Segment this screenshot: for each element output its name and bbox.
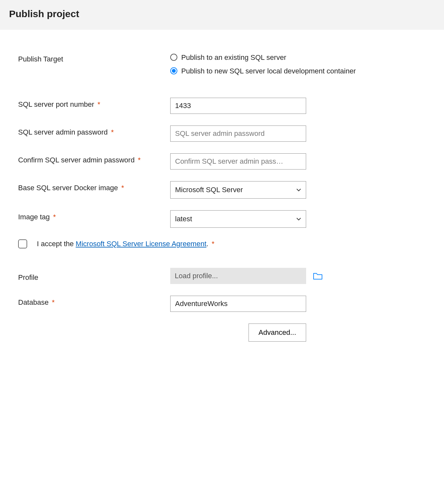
port-input[interactable] (170, 98, 306, 114)
profile-label: Profile (18, 270, 170, 282)
image-tag-value: latest (175, 215, 192, 223)
radio-existing-sql-server[interactable]: Publish to an existing SQL server (170, 52, 426, 63)
license-link[interactable]: Microsoft SQL Server License Agreement (76, 240, 206, 248)
docker-image-label-text: Base SQL server Docker image (18, 184, 118, 192)
license-label: I accept the Microsoft SQL Server Licens… (37, 240, 215, 248)
required-mark: * (53, 213, 56, 221)
confirm-password-label: Confirm SQL server admin password * (18, 153, 170, 164)
radio-icon (170, 54, 177, 61)
radio-new-container-label: Publish to new SQL server local developm… (181, 66, 356, 76)
required-mark: * (212, 240, 215, 248)
docker-image-value: Microsoft SQL Server (175, 186, 243, 194)
required-mark: * (121, 184, 124, 192)
button-row: Advanced... (18, 323, 306, 342)
port-label-text: SQL server port number (18, 100, 94, 108)
advanced-button[interactable]: Advanced... (249, 323, 306, 342)
admin-password-label-text: SQL server admin password (18, 128, 108, 136)
dialog-header: Publish project (0, 0, 444, 30)
database-row: Database * (18, 296, 426, 312)
chevron-down-icon (296, 187, 301, 192)
confirm-password-row: Confirm SQL server admin password * (18, 153, 426, 170)
admin-password-label: SQL server admin password * (18, 126, 170, 137)
license-row: I accept the Microsoft SQL Server Licens… (18, 239, 426, 248)
docker-image-select[interactable]: Microsoft SQL Server (170, 181, 306, 199)
image-tag-row: Image tag * latest (18, 210, 426, 228)
port-label: SQL server port number * (18, 98, 170, 109)
chevron-down-icon (296, 216, 301, 222)
publish-target-label: Publish Target (18, 52, 170, 63)
license-checkbox[interactable] (18, 239, 27, 248)
profile-placeholder: Load profile... (175, 272, 218, 280)
dialog-title: Publish project (9, 8, 435, 19)
radio-existing-label: Publish to an existing SQL server (181, 52, 286, 63)
publish-target-options: Publish to an existing SQL server Publis… (170, 52, 426, 80)
required-mark: * (138, 156, 141, 164)
docker-image-label: Base SQL server Docker image * (18, 181, 170, 192)
license-prefix: I accept the (37, 240, 76, 248)
license-suffix: . (206, 240, 208, 248)
admin-password-row: SQL server admin password * (18, 126, 426, 142)
radio-icon (170, 67, 177, 74)
docker-image-row: Base SQL server Docker image * Microsoft… (18, 181, 426, 199)
database-label-text: Database (18, 298, 49, 306)
confirm-password-label-text: Confirm SQL server admin password (18, 156, 135, 164)
port-row: SQL server port number * (18, 98, 426, 114)
image-tag-label: Image tag * (18, 210, 170, 221)
profile-input[interactable]: Load profile... (170, 268, 306, 284)
folder-icon[interactable] (313, 272, 322, 280)
image-tag-label-text: Image tag (18, 213, 50, 221)
database-input[interactable] (170, 296, 306, 312)
required-mark: * (111, 128, 114, 136)
radio-new-container[interactable]: Publish to new SQL server local developm… (170, 66, 426, 76)
publish-target-row: Publish Target Publish to an existing SQ… (18, 52, 426, 80)
form-area: Publish Target Publish to an existing SQ… (0, 30, 444, 355)
required-mark: * (52, 298, 55, 306)
image-tag-select[interactable]: latest (170, 210, 306, 228)
profile-row: Profile Load profile... (18, 268, 426, 284)
required-mark: * (97, 100, 100, 108)
admin-password-input[interactable] (170, 126, 306, 142)
database-label: Database * (18, 296, 170, 307)
confirm-password-input[interactable] (170, 153, 306, 170)
